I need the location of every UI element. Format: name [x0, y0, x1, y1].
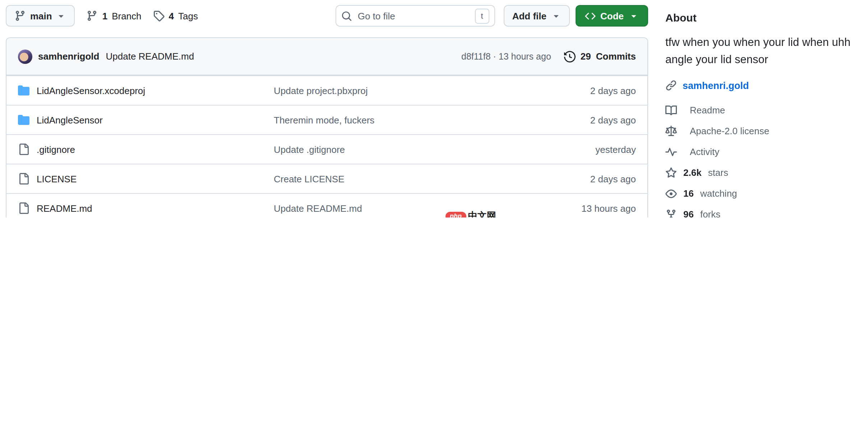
repo-meta-list: Readme Apache-2.0 license Activity 2.6ks…: [665, 100, 857, 218]
activity-link[interactable]: Activity: [665, 141, 857, 162]
search-icon: [341, 10, 352, 21]
shortcut-key-badge: t: [475, 8, 489, 23]
tag-count: 4: [169, 10, 174, 21]
eye-icon: [665, 188, 677, 199]
current-branch-label: main: [30, 10, 52, 21]
commit-message-cell[interactable]: Theremin mode, fuckers: [274, 114, 514, 125]
branch-count-label: Branch: [112, 10, 141, 21]
link-icon: [665, 80, 677, 91]
file-link[interactable]: LidAngleSensor: [18, 114, 274, 126]
commit-message-cell[interactable]: Update project.pbxproj: [274, 85, 514, 96]
git-branch-icon: [87, 10, 98, 22]
folder-icon: [18, 114, 29, 126]
avatar[interactable]: [18, 49, 32, 64]
watermark-badge: php: [445, 211, 466, 218]
commit-history-link[interactable]: 29 Commits: [564, 51, 636, 62]
commit-message-cell[interactable]: Update .gitignore: [274, 144, 514, 155]
meta-label: Readme: [690, 105, 725, 116]
file-link[interactable]: README.md: [18, 202, 274, 214]
history-icon: [564, 51, 576, 62]
commit-time-cell: 13 hours ago: [514, 203, 636, 214]
license-link[interactable]: Apache-2.0 license: [665, 121, 857, 141]
repo-description: tfw when you when your lid when uhh angl…: [665, 34, 857, 68]
file-name: .gitignore: [37, 144, 75, 155]
watching-link[interactable]: 16watching: [665, 183, 857, 204]
commit-time-cell: 2 days ago: [514, 173, 636, 184]
repo-page: main 1 Branch 4 Tags: [0, 0, 868, 218]
fork-icon: [665, 209, 677, 218]
pulse-icon: [665, 146, 677, 158]
watermark-text: 中文网: [468, 210, 496, 218]
table-row: LidAngleSensor.xcodeproj Update project.…: [6, 75, 647, 105]
commit-time-cell: yesterday: [514, 144, 636, 155]
meta-strong: 2.6k: [683, 167, 702, 178]
commit-message-link[interactable]: Update README.md: [106, 51, 194, 62]
website-link[interactable]: samhenri.gold: [683, 80, 749, 91]
file-icon: [18, 173, 29, 184]
file-link[interactable]: .gitignore: [18, 144, 274, 155]
tag-count-label: Tags: [178, 10, 198, 21]
commit-count-label: Commits: [596, 51, 636, 62]
file-link[interactable]: LICENSE: [18, 173, 274, 184]
tag-icon: [153, 10, 165, 22]
chevron-down-icon: [551, 11, 561, 21]
star-icon: [665, 167, 677, 178]
table-row: .gitignore Update .gitignore yesterday: [6, 134, 647, 164]
commit-author[interactable]: samhenrigold: [38, 51, 100, 62]
file-link[interactable]: LidAngleSensor.xcodeproj: [18, 85, 274, 96]
file-icon: [18, 144, 29, 155]
branches-link[interactable]: 1 Branch: [87, 10, 142, 22]
commit-sha-time[interactable]: d8f11f8 · 13 hours ago: [461, 51, 551, 61]
meta-label: stars: [708, 167, 728, 178]
table-row: README.md Update README.md 13 hours ago: [6, 193, 647, 218]
latest-commit-bar: samhenrigold Update README.md d8f11f8 · …: [6, 38, 647, 75]
file-name: LidAngleSensor: [37, 114, 103, 125]
file-name: LidAngleSensor.xcodeproj: [37, 85, 145, 96]
git-branch-icon: [14, 10, 26, 22]
branch-selector-button[interactable]: main: [6, 5, 75, 27]
code-button-label: Code: [600, 10, 624, 21]
chevron-down-icon: [56, 11, 66, 21]
add-file-label: Add file: [512, 10, 546, 21]
table-row: LidAngleSensor Theremin mode, fuckers 2 …: [6, 105, 647, 134]
go-to-file-search[interactable]: t: [336, 5, 495, 27]
chevron-down-icon: [629, 11, 639, 21]
meta-label: watching: [700, 188, 737, 199]
search-input[interactable]: [356, 10, 475, 22]
commit-count: 29: [581, 51, 591, 62]
tags-link[interactable]: 4 Tags: [153, 10, 198, 22]
meta-label: Activity: [690, 146, 719, 157]
branch-count: 1: [102, 10, 107, 21]
code-icon: [585, 10, 595, 21]
law-icon: [665, 125, 677, 137]
file-name: LICENSE: [37, 173, 77, 184]
folder-icon: [18, 85, 29, 96]
website-row: samhenri.gold: [665, 80, 857, 91]
file-name: README.md: [37, 203, 92, 214]
commit-time-cell: 2 days ago: [514, 114, 636, 125]
meta-strong: 96: [683, 209, 694, 218]
commit-time-cell: 2 days ago: [514, 85, 636, 96]
code-button[interactable]: Code: [575, 5, 648, 27]
meta-label: Apache-2.0 license: [690, 126, 769, 136]
add-file-button[interactable]: Add file: [504, 5, 569, 27]
file-browser: samhenrigold Update README.md d8f11f8 · …: [6, 37, 648, 218]
commit-message-cell[interactable]: Create LICENSE: [274, 173, 514, 184]
sidebar: About tfw when you when your lid when uh…: [648, 4, 868, 218]
table-row: LICENSE Create LICENSE 2 days ago: [6, 164, 647, 193]
meta-strong: 16: [683, 188, 694, 199]
book-icon: [665, 104, 677, 116]
about-heading: About: [665, 11, 857, 24]
meta-label: forks: [700, 209, 720, 218]
file-icon: [18, 202, 29, 214]
repo-toolbar: main 1 Branch 4 Tags: [6, 4, 648, 27]
forks-link[interactable]: 96forks: [665, 204, 857, 218]
stars-link[interactable]: 2.6kstars: [665, 162, 857, 183]
watermark: php 中文网: [445, 210, 496, 218]
readme-link[interactable]: Readme: [665, 100, 857, 121]
